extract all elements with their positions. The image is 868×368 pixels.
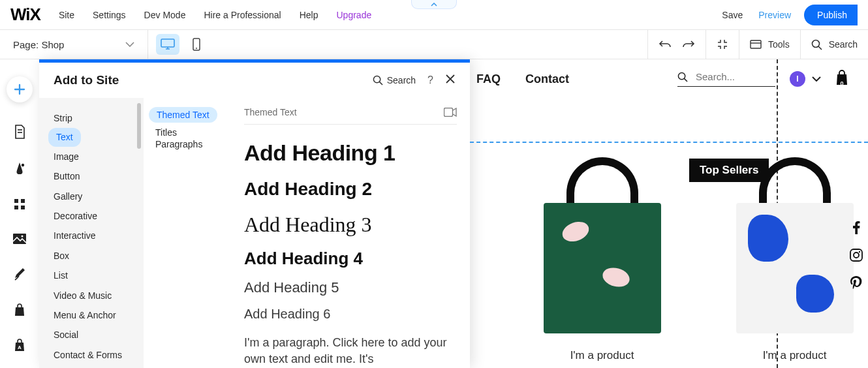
rail-design-button[interactable] [13,161,26,176]
sample-paragraph[interactable]: I'm a paragraph. Click here to add your … [244,335,457,367]
cat-image[interactable]: Image [54,147,79,166]
cat-contact-forms[interactable]: Contact & Forms [54,345,122,365]
menu-site[interactable]: Site [59,10,74,20]
sample-heading-5[interactable]: Add Heading 5 [244,279,457,296]
svg-point-17 [373,76,380,82]
svg-point-5 [812,40,819,47]
site-search-input[interactable] [696,71,774,82]
page-selector[interactable]: Page: Shop [0,30,147,59]
site-nav-contact[interactable]: Contact [525,72,569,86]
rail-blog-button[interactable] [13,267,26,281]
cat-text[interactable]: Text [48,128,81,146]
svg-line-6 [818,46,822,50]
device-desktop-button[interactable] [156,34,179,55]
panel-help-button[interactable]: ? [427,74,433,86]
svg-rect-13 [21,206,25,209]
pinterest-icon[interactable] [850,276,862,293]
svg-point-24 [859,251,860,253]
sample-heading-6[interactable]: Add Heading 6 [244,307,457,322]
category-list[interactable]: Strip Text Image Button Gallery Decorati… [39,98,144,368]
collapse-icon [717,38,728,50]
publish-button[interactable]: Publish [804,5,858,25]
sample-heading-4[interactable]: Add Heading 4 [244,249,457,269]
panel-search[interactable]: Search [373,75,416,85]
svg-rect-3 [751,40,761,48]
menu-upgrade[interactable]: Upgrade [337,10,372,20]
product-item[interactable]: I'm a product [721,157,868,362]
page-icon [13,125,26,139]
video-play-icon[interactable] [444,108,457,117]
cat-interactive[interactable]: Interactive [54,226,96,245]
svg-rect-0 [161,39,174,47]
cat-menu-anchor[interactable]: Menu & Anchor [54,305,116,325]
site-search[interactable] [677,71,775,87]
cat-video-music[interactable]: Video & Music [54,286,112,305]
product-item[interactable]: I'm a product [529,157,675,362]
cat-social[interactable]: Social [54,325,78,345]
toolbar-search[interactable]: Search [811,39,858,50]
undo-button[interactable] [659,39,672,50]
rail-pages-button[interactable] [13,125,26,139]
cart-count: 0 [840,80,843,87]
plus-icon [13,83,26,96]
rail-store-button[interactable] [14,303,25,316]
cat-embed[interactable]: Embed [54,365,82,368]
instagram-icon[interactable] [850,249,863,264]
subcat-themed-text[interactable]: Themed Text [149,107,217,123]
apps-icon [13,198,26,211]
menu-settings[interactable]: Settings [93,10,126,20]
cat-button[interactable]: Button [54,166,80,186]
tools-dropdown[interactable]: Tools [750,39,790,50]
add-button[interactable] [7,76,33,102]
device-mobile-button[interactable] [185,34,208,55]
svg-point-20 [678,72,685,79]
social-bar [850,221,863,293]
save-button[interactable]: Save [722,10,743,20]
rail-apps-button[interactable] [13,198,26,211]
top-tab-expand[interactable] [411,0,457,9]
svg-point-15 [22,236,23,238]
product-image [537,190,668,333]
svg-rect-22 [850,249,862,261]
subcat-paragraphs[interactable]: Paragraphs [155,136,202,155]
preview-button[interactable]: Preview [758,10,791,20]
category-scrollbar[interactable] [137,103,141,149]
search-icon [373,75,383,85]
editor-canvas[interactable]: FAQ Contact I 0 Top Sellers [470,59,868,368]
zoom-out-button[interactable] [717,38,728,50]
cat-gallery[interactable]: Gallery [54,187,82,206]
menu-help[interactable]: Help [300,10,318,20]
undo-icon [659,39,672,50]
panel-search-label: Search [387,75,416,85]
design-icon [13,161,26,176]
rail-marketplace-button[interactable]: A [14,339,25,352]
panel-close-button[interactable] [445,74,456,87]
product-row: I'm a product I'm a product [470,157,868,362]
login-dropdown[interactable]: I [790,71,821,87]
facebook-icon[interactable] [853,221,860,237]
svg-rect-10 [14,199,18,203]
site-header: FAQ Contact I 0 [470,59,868,99]
svg-line-18 [379,82,382,85]
menu-hire[interactable]: Hire a Professional [204,10,281,20]
toolbar-search-label: Search [829,39,858,50]
svg-point-2 [196,48,197,49]
product-title: I'm a product [570,349,634,362]
panel-title: Add to Site [54,73,119,87]
cat-list[interactable]: List [54,266,68,285]
media-icon [12,233,27,245]
chevron-down-icon [125,42,134,47]
menu-devmode[interactable]: Dev Mode [144,10,186,20]
rail-media-button[interactable] [12,233,27,245]
sample-heading-3[interactable]: Add Heading 3 [244,213,457,237]
cat-strip[interactable]: Strip [54,108,72,128]
redo-button[interactable] [682,39,695,50]
search-icon [811,39,822,50]
cat-box[interactable]: Box [54,246,69,266]
cart-button[interactable]: 0 [835,70,848,88]
sample-heading-2[interactable]: Add Heading 2 [244,179,457,200]
tools-label: Tools [768,39,790,50]
sample-heading-1[interactable]: Add Heading 1 [244,140,457,166]
site-nav-faq[interactable]: FAQ [476,72,501,86]
cat-decorative[interactable]: Decorative [54,206,97,226]
